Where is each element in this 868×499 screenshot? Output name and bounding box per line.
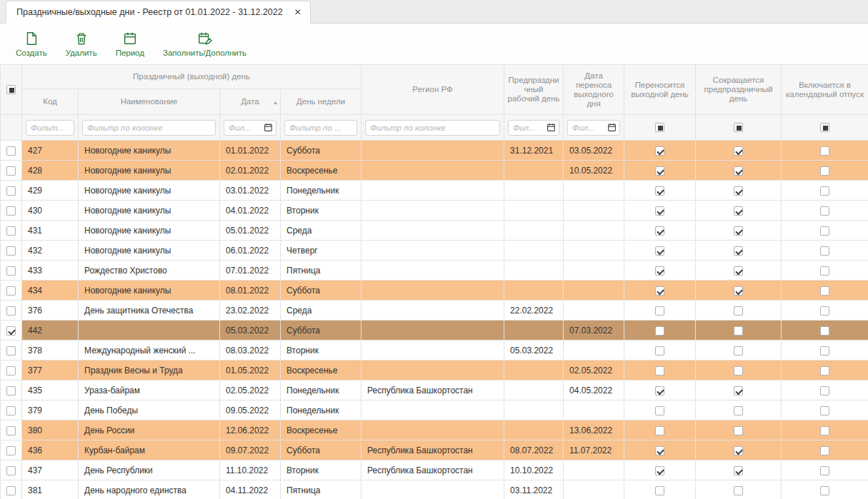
shortened-checkbox[interactable] bbox=[734, 486, 743, 495]
cell-name[interactable]: Новогодние каникулы bbox=[79, 281, 220, 301]
row-select-checkbox[interactable] bbox=[6, 306, 16, 316]
vacation-checkbox[interactable] bbox=[820, 266, 829, 276]
calendar-picker-icon[interactable] bbox=[547, 123, 556, 132]
cell-code[interactable]: 437 bbox=[22, 460, 79, 480]
cell-name[interactable]: Новогодние каникулы bbox=[79, 221, 220, 241]
cell-date[interactable]: 04.01.2022 bbox=[220, 201, 281, 221]
cell-region[interactable] bbox=[361, 261, 504, 281]
vacation-checkbox[interactable] bbox=[820, 366, 829, 375]
cell-code[interactable]: 428 bbox=[22, 161, 79, 181]
table-row[interactable]: 376 День защитника Отечества 23.02.2022 … bbox=[1, 301, 868, 321]
cell-preholiday[interactable] bbox=[504, 261, 564, 281]
filter-transferred-checkbox[interactable] bbox=[655, 123, 664, 132]
row-select-checkbox[interactable] bbox=[6, 326, 16, 336]
transferred-checkbox[interactable] bbox=[655, 286, 664, 296]
cell-weekday[interactable]: Понедельник bbox=[281, 380, 361, 400]
cell-weekday[interactable]: Пятница bbox=[281, 261, 361, 281]
table-row[interactable]: 379 День Победы 09.05.2022 Понедельник bbox=[1, 400, 868, 420]
cell-date[interactable]: 12.06.2022 bbox=[220, 420, 281, 440]
cell-transfer-date[interactable] bbox=[564, 241, 624, 261]
cell-transfer-date[interactable] bbox=[564, 460, 624, 480]
vacation-checkbox[interactable] bbox=[820, 226, 829, 236]
cell-transfer-date[interactable] bbox=[564, 201, 624, 221]
shortened-checkbox[interactable] bbox=[734, 326, 743, 336]
shortened-checkbox[interactable] bbox=[734, 266, 743, 276]
vacation-checkbox[interactable] bbox=[820, 246, 829, 256]
cell-preholiday[interactable]: 10.10.2022 bbox=[504, 460, 564, 480]
cell-preholiday[interactable] bbox=[504, 241, 564, 261]
transferred-checkbox[interactable] bbox=[655, 406, 664, 415]
cell-preholiday[interactable] bbox=[504, 321, 564, 341]
cell-code[interactable]: 436 bbox=[22, 440, 79, 460]
cell-code[interactable]: 427 bbox=[22, 141, 79, 161]
shortened-checkbox[interactable] bbox=[734, 146, 743, 156]
table-row[interactable]: 437 День Республики 11.10.2022 Вторник Р… bbox=[1, 460, 868, 480]
cell-transfer-date[interactable]: 10.05.2022 bbox=[564, 161, 624, 181]
create-button[interactable]: Создать bbox=[16, 31, 47, 57]
column-header-transfer-date[interactable]: Дата переноса выходного дня bbox=[564, 65, 624, 115]
row-select-checkbox[interactable] bbox=[6, 186, 16, 196]
column-header-region[interactable]: Регион РФ bbox=[361, 65, 504, 115]
row-select-checkbox[interactable] bbox=[6, 346, 16, 356]
filter-date-input[interactable] bbox=[224, 121, 264, 135]
transferred-checkbox[interactable] bbox=[655, 226, 664, 236]
cell-region[interactable]: Республика Башкортостан bbox=[361, 440, 504, 460]
transferred-checkbox[interactable] bbox=[655, 346, 664, 356]
cell-date[interactable]: 02.05.2022 bbox=[220, 380, 281, 400]
row-select-checkbox[interactable] bbox=[6, 286, 16, 296]
column-header-code[interactable]: Код bbox=[22, 89, 79, 115]
cell-weekday[interactable]: Суббота bbox=[281, 440, 361, 460]
cell-date[interactable]: 01.01.2022 bbox=[220, 141, 281, 161]
cell-transfer-date[interactable]: 02.05.2022 bbox=[564, 361, 624, 380]
cell-name[interactable]: Новогодние каникулы bbox=[79, 161, 220, 181]
cell-region[interactable] bbox=[361, 400, 504, 420]
column-header-vacation[interactable]: Включается в календарный отпуск bbox=[782, 65, 868, 115]
vacation-checkbox[interactable] bbox=[820, 406, 829, 415]
cell-weekday[interactable]: Среда bbox=[281, 301, 361, 321]
shortened-checkbox[interactable] bbox=[734, 426, 743, 435]
cell-date[interactable]: 09.05.2022 bbox=[220, 400, 281, 420]
cell-weekday[interactable]: Суббота bbox=[281, 321, 361, 341]
row-select-checkbox[interactable] bbox=[6, 366, 16, 375]
row-select-checkbox[interactable] bbox=[6, 166, 16, 176]
cell-transfer-date[interactable] bbox=[564, 480, 624, 499]
row-select-checkbox[interactable] bbox=[6, 246, 16, 256]
cell-code[interactable]: 431 bbox=[22, 221, 79, 241]
cell-transfer-date[interactable] bbox=[564, 400, 624, 420]
cell-transfer-date[interactable] bbox=[564, 301, 624, 321]
cell-date[interactable]: 01.05.2022 bbox=[220, 361, 281, 380]
shortened-checkbox[interactable] bbox=[734, 386, 743, 395]
cell-transfer-date[interactable]: 13.06.2022 bbox=[564, 420, 624, 440]
calendar-picker-icon[interactable] bbox=[607, 123, 617, 132]
cell-preholiday[interactable]: 05.03.2022 bbox=[504, 341, 564, 361]
cell-code[interactable]: 435 bbox=[22, 380, 79, 400]
table-row[interactable]: 432 Новогодние каникулы 06.01.2022 Четве… bbox=[1, 241, 868, 261]
filter-preholiday-input[interactable] bbox=[509, 121, 547, 135]
cell-weekday[interactable]: Вторник bbox=[281, 460, 361, 480]
cell-date[interactable]: 04.11.2022 bbox=[220, 480, 281, 499]
filter-name-input[interactable] bbox=[82, 120, 216, 136]
table-row[interactable]: 436 Курбан-байрам 09.07.2022 Суббота Рес… bbox=[1, 440, 868, 460]
row-select-checkbox[interactable] bbox=[6, 486, 16, 495]
transferred-checkbox[interactable] bbox=[655, 466, 664, 475]
delete-button[interactable]: Удалить bbox=[66, 31, 97, 57]
cell-preholiday[interactable]: 22.02.2022 bbox=[504, 301, 564, 321]
calendar-picker-icon[interactable] bbox=[264, 123, 273, 132]
column-header-date[interactable]: Дата ▲ bbox=[220, 89, 281, 115]
cell-name[interactable]: Курбан-байрам bbox=[79, 440, 220, 460]
table-row[interactable]: 442 05.03.2022 Суббота 07.03.2022 bbox=[1, 321, 868, 341]
row-select-checkbox[interactable] bbox=[6, 206, 16, 216]
vacation-checkbox[interactable] bbox=[820, 486, 829, 495]
row-select-checkbox[interactable] bbox=[6, 446, 16, 455]
select-all-checkbox[interactable] bbox=[6, 85, 16, 94]
cell-date[interactable]: 08.03.2022 bbox=[220, 341, 281, 361]
shortened-checkbox[interactable] bbox=[734, 246, 743, 256]
period-button[interactable]: Период bbox=[116, 31, 144, 57]
row-select-checkbox[interactable] bbox=[6, 226, 16, 236]
row-select-checkbox[interactable] bbox=[6, 406, 16, 415]
transferred-checkbox[interactable] bbox=[655, 366, 664, 375]
vacation-checkbox[interactable] bbox=[820, 206, 829, 216]
vacation-checkbox[interactable] bbox=[820, 426, 829, 435]
cell-region[interactable] bbox=[361, 480, 504, 499]
cell-preholiday[interactable] bbox=[504, 380, 564, 400]
